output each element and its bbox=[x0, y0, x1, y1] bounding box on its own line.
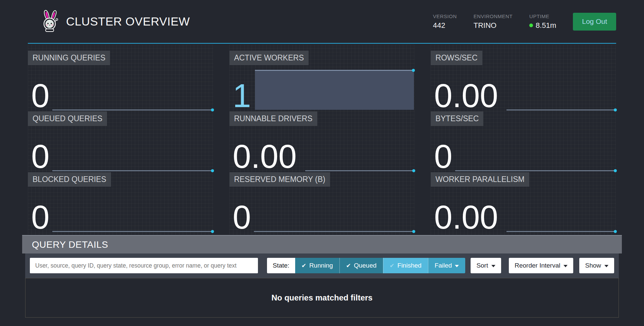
metric-value: 0 bbox=[31, 79, 50, 112]
sparkline-chart bbox=[52, 231, 213, 232]
state-filter-running[interactable]: ✔ Running bbox=[295, 258, 339, 273]
uptime-label: UPTIME bbox=[529, 13, 556, 19]
reorder-interval-label: Reorder Interval bbox=[515, 262, 560, 269]
query-filter-toolbar: State: ✔ Running ✔ Queued ✔ Finished Fai… bbox=[25, 253, 619, 278]
metric-label: BLOCKED QUERIES bbox=[28, 172, 111, 187]
metric-value: 0 bbox=[31, 201, 50, 234]
state-filter-queued[interactable]: ✔ Queued bbox=[339, 258, 383, 273]
empty-state-message: No queries matched filters bbox=[271, 293, 372, 302]
header: CLUSTER OVERVIEW VERSION 442 ENVIRONMENT… bbox=[28, 0, 616, 44]
tile-blocked-queries: BLOCKED QUERIES 0 bbox=[28, 172, 213, 233]
environment-label: ENVIRONMENT bbox=[474, 13, 513, 19]
trino-bunny-logo-icon[interactable] bbox=[42, 9, 58, 32]
page-title: CLUSTER OVERVIEW bbox=[66, 15, 190, 28]
query-list-empty-state: No queries matched filters bbox=[25, 278, 619, 318]
state-filter-running-label: Running bbox=[309, 262, 333, 269]
sort-dropdown-button[interactable]: Sort bbox=[471, 258, 501, 273]
check-icon: ✔ bbox=[346, 262, 351, 269]
metrics-column-1: RUNNING QUERIES 0 QUEUED QUERIES 0 BLOCK… bbox=[28, 45, 213, 235]
metric-label: RESERVED MEMORY (B) bbox=[229, 172, 330, 187]
sparkline-dot-icon bbox=[614, 169, 617, 172]
metric-label: ACTIVE WORKERS bbox=[229, 51, 309, 65]
query-details-title: QUERY DETAILS bbox=[32, 239, 108, 250]
sparkline-dot-icon bbox=[614, 230, 617, 233]
query-details-section: QUERY DETAILS State: ✔ Running ✔ Queued … bbox=[22, 235, 622, 318]
show-label: Show bbox=[585, 262, 601, 269]
uptime-stat: UPTIME 8.51m bbox=[529, 13, 556, 30]
state-filter-finished[interactable]: ✔ Finished bbox=[383, 258, 428, 273]
metric-value: 0.00 bbox=[233, 140, 297, 173]
sparkline-chart bbox=[506, 231, 616, 232]
uptime-value: 8.51m bbox=[536, 21, 556, 30]
metric-label: BYTES/SEC bbox=[431, 111, 483, 126]
show-dropdown-button[interactable]: Show bbox=[579, 258, 614, 273]
sparkline-chart bbox=[52, 170, 213, 171]
tile-queued-queries: QUEUED QUERIES 0 bbox=[28, 111, 213, 172]
tile-worker-parallelism: WORKER PARALLELISM 0.00 bbox=[431, 172, 616, 233]
sparkline-chart bbox=[52, 109, 213, 110]
metrics-column-2: ACTIVE WORKERS 1 RUNNABLE DRIVERS 0.00 R… bbox=[229, 45, 415, 235]
metric-value: 0 bbox=[233, 201, 251, 234]
sparkline-chart bbox=[455, 170, 616, 171]
metric-label: RUNNING QUERIES bbox=[28, 51, 110, 65]
sort-label: Sort bbox=[476, 262, 488, 269]
metric-label: ROWS/SEC bbox=[431, 51, 482, 65]
header-stats: VERSION 442 ENVIRONMENT TRINO UPTIME 8.5… bbox=[433, 13, 616, 31]
metric-value: 0 bbox=[434, 140, 452, 173]
state-filter-queued-label: Queued bbox=[354, 262, 377, 269]
caret-down-icon bbox=[604, 265, 608, 267]
logout-button[interactable]: Log Out bbox=[573, 13, 616, 31]
metric-value: 0.00 bbox=[434, 201, 498, 234]
state-filter-finished-label: Finished bbox=[397, 262, 422, 269]
uptime-status-dot-icon bbox=[529, 24, 533, 27]
state-filter-failed-label: Failed bbox=[435, 262, 452, 269]
environment-stat: ENVIRONMENT TRINO bbox=[474, 13, 513, 30]
sparkline-dot-icon bbox=[412, 169, 415, 172]
metric-value: 0.00 bbox=[434, 79, 498, 112]
sparkline-dot-icon bbox=[211, 230, 214, 233]
check-icon: ✔ bbox=[390, 262, 394, 269]
sparkline-dot-icon bbox=[211, 169, 214, 172]
version-value: 442 bbox=[433, 21, 457, 30]
metrics-grid: RUNNING QUERIES 0 QUEUED QUERIES 0 BLOCK… bbox=[28, 45, 616, 235]
metric-label: QUEUED QUERIES bbox=[28, 111, 107, 126]
tile-running-queries: RUNNING QUERIES 0 bbox=[28, 51, 213, 111]
tile-reserved-memory: RESERVED MEMORY (B) 0 bbox=[229, 172, 415, 233]
check-icon: ✔ bbox=[302, 262, 306, 269]
reorder-interval-dropdown-button[interactable]: Reorder Interval bbox=[509, 258, 573, 273]
sparkline-chart bbox=[506, 109, 616, 110]
state-filter-label: State: bbox=[267, 258, 295, 273]
caret-down-icon bbox=[564, 265, 568, 267]
sparkline-chart bbox=[254, 231, 415, 232]
sparkline-dot-icon bbox=[614, 108, 617, 111]
tile-runnable-drivers: RUNNABLE DRIVERS 0.00 bbox=[229, 111, 415, 172]
tile-active-workers: ACTIVE WORKERS 1 bbox=[229, 51, 415, 111]
environment-value: TRINO bbox=[474, 21, 513, 30]
sparkline-dot-icon bbox=[412, 69, 415, 72]
query-details-header: QUERY DETAILS bbox=[22, 235, 622, 253]
sparkline-chart bbox=[305, 170, 415, 171]
version-label: VERSION bbox=[433, 13, 457, 19]
caret-down-icon bbox=[455, 265, 459, 267]
sparkline-dot-icon bbox=[211, 108, 214, 111]
area-chart bbox=[255, 70, 414, 110]
sparkline-dot-icon bbox=[412, 230, 415, 233]
uptime-value-wrap: 8.51m bbox=[529, 21, 556, 30]
version-stat: VERSION 442 bbox=[433, 13, 457, 30]
tile-rows-sec: ROWS/SEC 0.00 bbox=[431, 51, 616, 111]
metric-value: 1 bbox=[233, 79, 251, 112]
tile-bytes-sec: BYTES/SEC 0 bbox=[431, 111, 616, 172]
metrics-column-3: ROWS/SEC 0.00 BYTES/SEC 0 WORKER PARALLE… bbox=[431, 45, 616, 235]
metric-value: 0 bbox=[31, 140, 50, 173]
state-filter-failed-dropdown[interactable]: Failed bbox=[428, 258, 466, 273]
state-filter-group: State: ✔ Running ✔ Queued ✔ Finished Fai… bbox=[267, 258, 465, 273]
metric-label: WORKER PARALLELISM bbox=[431, 172, 529, 187]
metric-label: RUNNABLE DRIVERS bbox=[229, 111, 317, 126]
query-search-input[interactable] bbox=[30, 258, 258, 273]
caret-down-icon bbox=[491, 265, 495, 267]
